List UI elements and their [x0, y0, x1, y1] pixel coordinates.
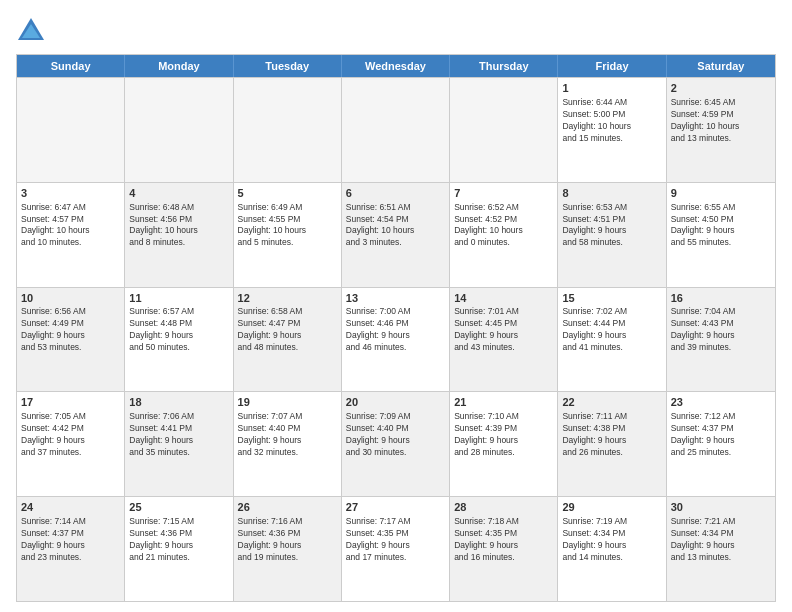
day-number: 3 — [21, 186, 120, 201]
cell-info: Sunrise: 6:51 AM Sunset: 4:54 PM Dayligh… — [346, 202, 445, 250]
day-number: 19 — [238, 395, 337, 410]
header-day-tuesday: Tuesday — [234, 55, 342, 77]
cal-row-1: 3Sunrise: 6:47 AM Sunset: 4:57 PM Daylig… — [17, 182, 775, 287]
cell-info: Sunrise: 7:11 AM Sunset: 4:38 PM Dayligh… — [562, 411, 661, 459]
cell-info: Sunrise: 6:56 AM Sunset: 4:49 PM Dayligh… — [21, 306, 120, 354]
cell-info: Sunrise: 7:10 AM Sunset: 4:39 PM Dayligh… — [454, 411, 553, 459]
cell-info: Sunrise: 6:52 AM Sunset: 4:52 PM Dayligh… — [454, 202, 553, 250]
cal-cell-19: 19Sunrise: 7:07 AM Sunset: 4:40 PM Dayli… — [234, 392, 342, 496]
cal-cell-17: 17Sunrise: 7:05 AM Sunset: 4:42 PM Dayli… — [17, 392, 125, 496]
cal-cell-empty-4 — [450, 78, 558, 182]
cal-cell-9: 9Sunrise: 6:55 AM Sunset: 4:50 PM Daylig… — [667, 183, 775, 287]
cell-info: Sunrise: 7:06 AM Sunset: 4:41 PM Dayligh… — [129, 411, 228, 459]
cell-info: Sunrise: 6:53 AM Sunset: 4:51 PM Dayligh… — [562, 202, 661, 250]
calendar-header: SundayMondayTuesdayWednesdayThursdayFrid… — [17, 55, 775, 77]
header — [16, 12, 776, 46]
cell-info: Sunrise: 6:47 AM Sunset: 4:57 PM Dayligh… — [21, 202, 120, 250]
page: SundayMondayTuesdayWednesdayThursdayFrid… — [0, 0, 792, 612]
day-number: 5 — [238, 186, 337, 201]
cal-cell-12: 12Sunrise: 6:58 AM Sunset: 4:47 PM Dayli… — [234, 288, 342, 392]
cal-cell-empty-2 — [234, 78, 342, 182]
header-day-friday: Friday — [558, 55, 666, 77]
logo — [16, 16, 50, 46]
cal-cell-6: 6Sunrise: 6:51 AM Sunset: 4:54 PM Daylig… — [342, 183, 450, 287]
day-number: 7 — [454, 186, 553, 201]
day-number: 17 — [21, 395, 120, 410]
cal-cell-14: 14Sunrise: 7:01 AM Sunset: 4:45 PM Dayli… — [450, 288, 558, 392]
cal-cell-empty-1 — [125, 78, 233, 182]
cal-cell-10: 10Sunrise: 6:56 AM Sunset: 4:49 PM Dayli… — [17, 288, 125, 392]
cal-cell-15: 15Sunrise: 7:02 AM Sunset: 4:44 PM Dayli… — [558, 288, 666, 392]
cell-info: Sunrise: 7:15 AM Sunset: 4:36 PM Dayligh… — [129, 516, 228, 564]
day-number: 16 — [671, 291, 771, 306]
day-number: 15 — [562, 291, 661, 306]
day-number: 10 — [21, 291, 120, 306]
cell-info: Sunrise: 7:19 AM Sunset: 4:34 PM Dayligh… — [562, 516, 661, 564]
cal-cell-1: 1Sunrise: 6:44 AM Sunset: 5:00 PM Daylig… — [558, 78, 666, 182]
day-number: 6 — [346, 186, 445, 201]
header-day-monday: Monday — [125, 55, 233, 77]
cal-cell-empty-0 — [17, 78, 125, 182]
header-day-sunday: Sunday — [17, 55, 125, 77]
cal-cell-11: 11Sunrise: 6:57 AM Sunset: 4:48 PM Dayli… — [125, 288, 233, 392]
header-day-saturday: Saturday — [667, 55, 775, 77]
day-number: 23 — [671, 395, 771, 410]
cal-cell-24: 24Sunrise: 7:14 AM Sunset: 4:37 PM Dayli… — [17, 497, 125, 601]
cell-info: Sunrise: 6:48 AM Sunset: 4:56 PM Dayligh… — [129, 202, 228, 250]
day-number: 18 — [129, 395, 228, 410]
cal-cell-7: 7Sunrise: 6:52 AM Sunset: 4:52 PM Daylig… — [450, 183, 558, 287]
cell-info: Sunrise: 6:57 AM Sunset: 4:48 PM Dayligh… — [129, 306, 228, 354]
cell-info: Sunrise: 7:16 AM Sunset: 4:36 PM Dayligh… — [238, 516, 337, 564]
cell-info: Sunrise: 7:05 AM Sunset: 4:42 PM Dayligh… — [21, 411, 120, 459]
cal-cell-8: 8Sunrise: 6:53 AM Sunset: 4:51 PM Daylig… — [558, 183, 666, 287]
cal-cell-21: 21Sunrise: 7:10 AM Sunset: 4:39 PM Dayli… — [450, 392, 558, 496]
cal-cell-23: 23Sunrise: 7:12 AM Sunset: 4:37 PM Dayli… — [667, 392, 775, 496]
day-number: 29 — [562, 500, 661, 515]
cal-cell-4: 4Sunrise: 6:48 AM Sunset: 4:56 PM Daylig… — [125, 183, 233, 287]
cal-cell-25: 25Sunrise: 7:15 AM Sunset: 4:36 PM Dayli… — [125, 497, 233, 601]
header-day-wednesday: Wednesday — [342, 55, 450, 77]
cell-info: Sunrise: 7:01 AM Sunset: 4:45 PM Dayligh… — [454, 306, 553, 354]
cell-info: Sunrise: 7:12 AM Sunset: 4:37 PM Dayligh… — [671, 411, 771, 459]
cell-info: Sunrise: 7:14 AM Sunset: 4:37 PM Dayligh… — [21, 516, 120, 564]
cell-info: Sunrise: 6:49 AM Sunset: 4:55 PM Dayligh… — [238, 202, 337, 250]
cal-cell-30: 30Sunrise: 7:21 AM Sunset: 4:34 PM Dayli… — [667, 497, 775, 601]
header-day-thursday: Thursday — [450, 55, 558, 77]
cal-cell-22: 22Sunrise: 7:11 AM Sunset: 4:38 PM Dayli… — [558, 392, 666, 496]
day-number: 22 — [562, 395, 661, 410]
cal-cell-27: 27Sunrise: 7:17 AM Sunset: 4:35 PM Dayli… — [342, 497, 450, 601]
cell-info: Sunrise: 6:55 AM Sunset: 4:50 PM Dayligh… — [671, 202, 771, 250]
day-number: 27 — [346, 500, 445, 515]
day-number: 1 — [562, 81, 661, 96]
day-number: 28 — [454, 500, 553, 515]
day-number: 21 — [454, 395, 553, 410]
day-number: 8 — [562, 186, 661, 201]
day-number: 20 — [346, 395, 445, 410]
cal-cell-20: 20Sunrise: 7:09 AM Sunset: 4:40 PM Dayli… — [342, 392, 450, 496]
cal-cell-18: 18Sunrise: 7:06 AM Sunset: 4:41 PM Dayli… — [125, 392, 233, 496]
day-number: 9 — [671, 186, 771, 201]
calendar: SundayMondayTuesdayWednesdayThursdayFrid… — [16, 54, 776, 602]
cell-info: Sunrise: 7:07 AM Sunset: 4:40 PM Dayligh… — [238, 411, 337, 459]
cell-info: Sunrise: 7:04 AM Sunset: 4:43 PM Dayligh… — [671, 306, 771, 354]
cal-row-0: 1Sunrise: 6:44 AM Sunset: 5:00 PM Daylig… — [17, 77, 775, 182]
cal-row-4: 24Sunrise: 7:14 AM Sunset: 4:37 PM Dayli… — [17, 496, 775, 601]
cal-cell-26: 26Sunrise: 7:16 AM Sunset: 4:36 PM Dayli… — [234, 497, 342, 601]
cal-cell-16: 16Sunrise: 7:04 AM Sunset: 4:43 PM Dayli… — [667, 288, 775, 392]
day-number: 24 — [21, 500, 120, 515]
cal-cell-empty-3 — [342, 78, 450, 182]
cell-info: Sunrise: 7:00 AM Sunset: 4:46 PM Dayligh… — [346, 306, 445, 354]
cell-info: Sunrise: 7:17 AM Sunset: 4:35 PM Dayligh… — [346, 516, 445, 564]
day-number: 25 — [129, 500, 228, 515]
cell-info: Sunrise: 7:18 AM Sunset: 4:35 PM Dayligh… — [454, 516, 553, 564]
day-number: 11 — [129, 291, 228, 306]
day-number: 2 — [671, 81, 771, 96]
day-number: 4 — [129, 186, 228, 201]
day-number: 14 — [454, 291, 553, 306]
day-number: 12 — [238, 291, 337, 306]
cal-cell-2: 2Sunrise: 6:45 AM Sunset: 4:59 PM Daylig… — [667, 78, 775, 182]
cell-info: Sunrise: 6:58 AM Sunset: 4:47 PM Dayligh… — [238, 306, 337, 354]
cal-row-3: 17Sunrise: 7:05 AM Sunset: 4:42 PM Dayli… — [17, 391, 775, 496]
day-number: 13 — [346, 291, 445, 306]
cal-cell-29: 29Sunrise: 7:19 AM Sunset: 4:34 PM Dayli… — [558, 497, 666, 601]
